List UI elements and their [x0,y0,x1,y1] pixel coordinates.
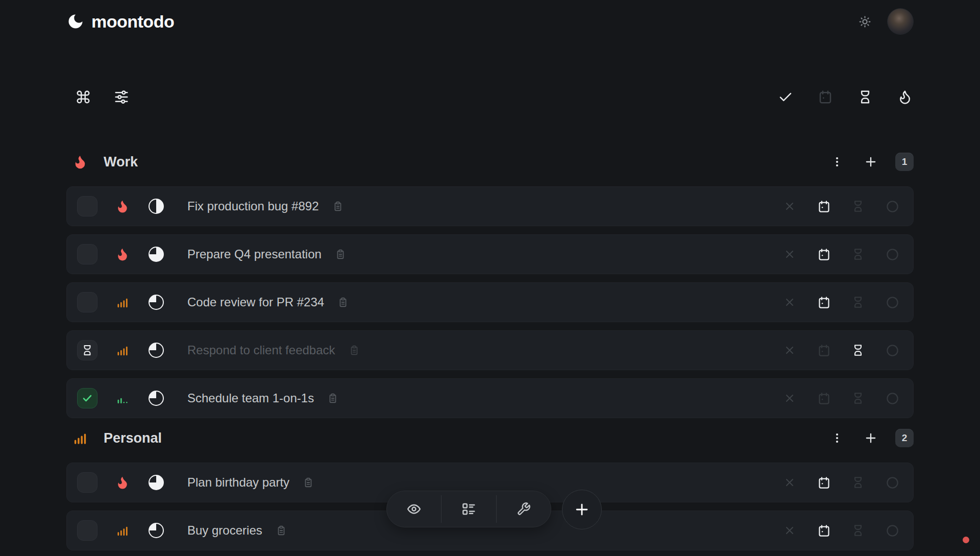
task-checkbox[interactable] [77,472,97,493]
progress-pie [149,391,164,406]
section-add-task-button[interactable] [862,153,880,171]
hourglass-icon [851,476,865,489]
sliders-icon [114,89,129,105]
status-circle-button[interactable] [885,391,899,405]
section-icon [72,430,88,446]
schedule-task-button[interactable] [817,295,831,309]
section-menu-button[interactable] [828,429,846,447]
task-checkbox[interactable] [77,244,97,264]
section-title: Work [104,154,138,170]
priority-indicator [115,391,130,405]
start-timer-button[interactable] [851,391,865,405]
schedule-task-button[interactable] [817,475,831,490]
delete-task-button[interactable] [782,523,797,538]
calendar-icon [817,296,831,309]
delete-task-button[interactable] [782,247,797,261]
section-rows: Fix production bug #892 [66,186,914,418]
notes-clipboard-icon [276,525,287,536]
section-add-task-button[interactable] [862,429,880,447]
circle-icon [886,524,899,538]
priority-indicator [115,295,130,309]
task-checkbox[interactable] [77,340,97,360]
schedule-task-button[interactable] [817,523,831,538]
row-actions [782,247,899,261]
start-timer-button[interactable] [851,523,865,538]
schedule-task-button[interactable] [817,199,831,213]
status-circle-button[interactable] [885,343,899,357]
task-checkbox[interactable] [77,520,97,541]
task-title[interactable]: Buy groceries [187,523,262,538]
filter-scheduled-button[interactable] [818,89,833,105]
schedule-task-button[interactable] [817,343,831,357]
priority-medium-bars-icon [115,343,130,357]
task-checkbox[interactable] [77,196,97,216]
status-circle-button[interactable] [885,247,899,261]
view-toolbar [386,491,551,527]
row-actions [782,295,899,309]
progress-pie [149,475,164,490]
command-palette-button[interactable] [76,89,91,105]
task-row[interactable]: Fix production bug #892 [66,186,914,226]
status-circle-button[interactable] [885,295,899,309]
task-row[interactable]: Code review for PR #234 [66,282,914,322]
delete-task-button[interactable] [782,199,797,213]
task-title[interactable]: Code review for PR #234 [187,295,324,309]
toolbar-left [76,89,129,105]
calendar-icon [817,248,831,261]
section-actions: 1 [828,153,914,171]
notes-clipboard-icon [349,345,360,356]
start-timer-button[interactable] [851,295,865,309]
task-row[interactable]: Respond to client feedback [66,330,914,370]
task-section: Personal 2 [66,426,914,550]
task-title[interactable]: Schedule team 1-on-1s [187,391,314,405]
notes-clipboard-icon [337,297,349,308]
status-circle-button[interactable] [885,523,899,538]
notes-clipboard-icon [303,477,314,488]
delete-task-button[interactable] [782,343,797,357]
notes-clipboard-icon [335,249,346,260]
hourglass-icon [851,392,865,405]
section-actions: 2 [828,429,914,447]
status-circle-button[interactable] [885,199,899,213]
add-task-fab[interactable] [562,490,602,529]
list-view-button[interactable] [442,491,496,527]
priority-indicator [115,343,130,357]
filter-completed-button[interactable] [778,89,793,105]
filter-priority-button[interactable] [897,89,913,105]
start-timer-button[interactable] [851,247,865,261]
settings-tools-button[interactable] [497,491,551,527]
task-row[interactable]: Schedule team 1-on-1s [66,378,914,418]
start-timer-button[interactable] [851,475,865,490]
priority-medium-bars-icon [115,295,130,309]
section-menu-button[interactable] [828,153,846,171]
task-title[interactable]: Fix production bug #892 [187,199,319,213]
task-checkbox[interactable] [77,388,97,408]
task-row[interactable]: Prepare Q4 presentation [66,234,914,274]
circle-icon [886,296,899,309]
preview-button[interactable] [387,491,441,527]
task-title[interactable]: Plan birthday party [187,475,289,490]
quick-toolbar [66,83,914,111]
filters-button[interactable] [114,89,129,105]
theme-toggle-button[interactable] [858,15,872,29]
row-actions [782,475,899,490]
calendar-icon [817,344,831,357]
user-avatar[interactable] [887,8,914,35]
task-title[interactable]: Prepare Q4 presentation [187,247,322,261]
priority-indicator [115,523,130,538]
start-timer-button[interactable] [851,199,865,213]
delete-task-button[interactable] [782,391,797,405]
status-circle-button[interactable] [885,475,899,490]
x-icon [783,344,796,356]
schedule-task-button[interactable] [817,247,831,261]
delete-task-button[interactable] [782,295,797,309]
task-title[interactable]: Respond to client feedback [187,343,335,357]
plus-icon [573,501,591,518]
start-timer-button[interactable] [851,343,865,357]
kebab-menu-icon [831,432,843,444]
section-count-badge: 2 [895,429,914,447]
task-checkbox[interactable] [77,292,97,312]
filter-timed-button[interactable] [857,89,873,105]
schedule-task-button[interactable] [817,391,831,405]
delete-task-button[interactable] [782,475,797,490]
